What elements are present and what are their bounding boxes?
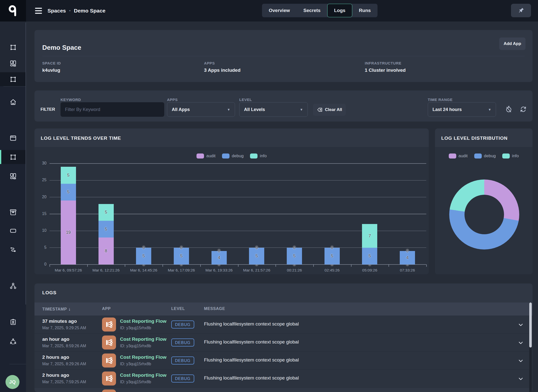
flow-app-icon	[102, 390, 116, 392]
sidebar-spaces-section	[0, 22, 26, 86]
bar-zero-label: 0	[173, 245, 189, 250]
legend-item[interactable]: debug	[222, 154, 244, 158]
bar-value-label: 4	[400, 255, 416, 260]
legend-swatch	[250, 154, 258, 158]
time-range-select[interactable]: Last 24 hours ▼	[428, 102, 496, 117]
trends-title: LOG LEVEL TRENDS OVER TIME	[41, 136, 121, 141]
sidebar-item-components-1[interactable]	[0, 56, 26, 70]
y-axis-tick: 5	[34, 245, 46, 250]
level-badge: DEBUG	[171, 374, 194, 382]
logs-panel: LOGS TIMESTAMP↓ APP LEVEL MESSAGE 37 min…	[34, 284, 532, 392]
main-content: Demo Space Add App SPACE ID k4uvlug APPS…	[26, 22, 538, 392]
logs-scrollbar-thumb[interactable]	[529, 302, 532, 348]
legend-label: debug	[484, 154, 496, 158]
logs-scrollbar-track[interactable]	[529, 302, 532, 392]
bar-value-label: 8	[98, 248, 114, 254]
table-row[interactable]: 37 minutes ago Mar 7, 2025, 9:29:25 AM C…	[34, 316, 532, 334]
table-row[interactable]: 2 hours ago Mar 7, 2025, 8:29:26 AM Cost…	[34, 352, 532, 370]
log-relative-time: 2 hours ago	[42, 354, 69, 360]
legend-item[interactable]: debug	[474, 154, 496, 158]
apps-select[interactable]: All Apps ▼	[167, 102, 235, 117]
sidebar-item-archive[interactable]	[0, 205, 26, 219]
apps-select-value: All Apps	[172, 107, 190, 112]
divider	[42, 56, 525, 56]
logs-title: LOGS	[42, 290, 56, 296]
top-bar: Spaces • Demo Space Overview Secrets Log…	[0, 0, 538, 22]
sidebar-item-id-badge[interactable]	[0, 315, 26, 329]
avatar[interactable]: JQ	[6, 375, 20, 389]
chevron-down-icon[interactable]	[518, 358, 524, 364]
infrastructure-label: INFRASTRUCTURE	[365, 61, 402, 65]
column-app[interactable]: APP	[102, 306, 111, 311]
sidebar-item-spaces-active[interactable]	[0, 150, 26, 164]
keyword-input[interactable]	[60, 102, 164, 117]
log-timestamp: Mar 7, 2025, 8:59:26 AM	[42, 344, 86, 348]
sidebar-divider	[4, 86, 26, 86]
legend-item[interactable]: info	[250, 154, 266, 158]
pin-button[interactable]	[511, 4, 531, 17]
legend-item[interactable]: audit	[196, 154, 216, 158]
page-title: Demo Space	[42, 44, 81, 52]
x-axis-tick: Mar 6, 14:45:26	[122, 268, 165, 272]
time-range-label: TIME RANGE	[428, 98, 452, 102]
log-trends-panel: LOG LEVEL TRENDS OVER TIME 0510152025301…	[34, 128, 429, 274]
log-relative-time: an hour ago	[42, 336, 70, 342]
disable-auto-refresh-button[interactable]	[504, 105, 513, 114]
legend-item[interactable]: info	[502, 154, 519, 158]
home-icon	[9, 98, 17, 106]
column-timestamp[interactable]: TIMESTAMP↓	[42, 306, 71, 312]
column-message[interactable]: MESSAGE	[204, 306, 225, 311]
sidebar-item-route[interactable]	[0, 242, 26, 256]
refresh-icon	[520, 106, 527, 113]
chevron-down-icon[interactable]	[518, 376, 524, 382]
tab-runs[interactable]: Runs	[352, 4, 378, 17]
app-link[interactable]: Cost Reporting Flow	[120, 354, 166, 360]
log-timestamp: Mar 7, 2025, 7:59:25 AM	[42, 380, 86, 384]
sidebar-item-components[interactable]	[0, 169, 26, 183]
sidebar-item-window[interactable]	[0, 131, 26, 145]
table-row[interactable]: an hour ago Mar 7, 2025, 8:59:26 AM Cost…	[34, 334, 532, 352]
tab-overview[interactable]: Overview	[262, 4, 297, 17]
sidebar-item-hierarchy[interactable]	[0, 279, 26, 293]
chevron-down-icon[interactable]	[518, 340, 524, 346]
menu-button[interactable]	[35, 8, 42, 14]
bar-value-label: 5	[98, 226, 114, 232]
flow-app-icon	[102, 354, 116, 368]
table-row[interactable]: 2 hours ago Mar 7, 2025, 7:59:25 AM Cost…	[34, 370, 532, 388]
level-badge: DEBUG	[171, 320, 194, 328]
refresh-button[interactable]	[519, 105, 528, 114]
sidebar-divider	[10, 364, 26, 364]
sidebar-item-home[interactable]	[0, 95, 26, 109]
sidebar-scrollbar[interactable]	[26, 22, 26, 304]
sidebar-item-space-selected[interactable]	[0, 72, 26, 86]
bar-value-label: 19	[60, 230, 76, 235]
y-axis-tick: 0	[34, 262, 46, 266]
clear-all-button[interactable]: Clear All	[313, 104, 346, 116]
legend-item[interactable]: audit	[449, 154, 468, 158]
tab-secrets[interactable]: Secrets	[297, 4, 328, 17]
bar-zero-label: 0	[249, 245, 265, 250]
breadcrumb-spaces[interactable]: Spaces	[48, 8, 66, 14]
bar-zero-label: 0	[324, 245, 340, 250]
x-axis-tick: 00:21:26	[273, 268, 316, 272]
add-app-button[interactable]: Add App	[499, 38, 526, 50]
app-link[interactable]: Cost Reporting Flow	[120, 318, 166, 324]
tab-logs[interactable]: Logs	[327, 4, 352, 17]
sidebar-item-space-1[interactable]	[0, 40, 26, 54]
x-axis-tick: Mar 6, 19:33:26	[198, 268, 240, 272]
app-logo[interactable]	[0, 0, 26, 22]
y-axis-tick: 30	[34, 161, 46, 166]
y-axis-tick: 10	[34, 228, 46, 233]
log-message: Flushing localfilesystem context scope g…	[204, 339, 299, 345]
donut-chart	[449, 180, 519, 250]
app-link[interactable]: Cost Reporting Flow	[120, 372, 166, 378]
column-level[interactable]: LEVEL	[171, 306, 185, 311]
legend-swatch	[196, 154, 204, 158]
sidebar-item-community[interactable]	[0, 334, 26, 348]
chevron-down-icon[interactable]	[518, 322, 524, 328]
app-link[interactable]: Cost Reporting Flow	[120, 336, 166, 342]
infrastructure-value: 1 Cluster involved	[365, 68, 406, 73]
sidebar-item-panel[interactable]	[0, 224, 26, 238]
level-select[interactable]: All Levels ▼	[239, 102, 308, 117]
legend-swatch	[449, 154, 456, 158]
